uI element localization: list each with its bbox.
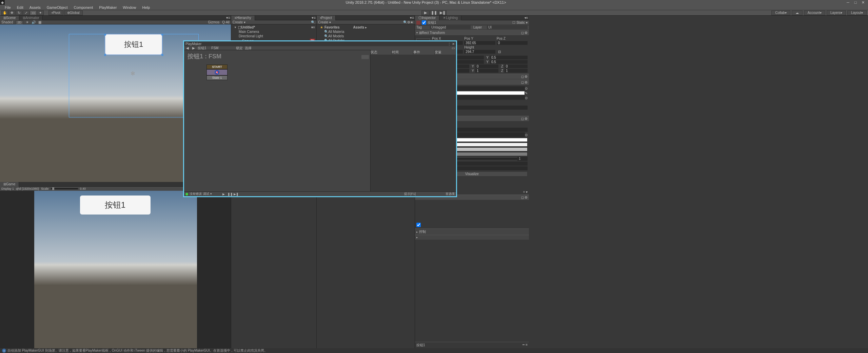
playmaker-titlebar[interactable]: PlayMaker ⋮ ✕ (184, 41, 456, 46)
tab-scene[interactable]: ⊞ Scene (0, 16, 19, 20)
collab-dropdown[interactable]: Collab ▾ (771, 11, 790, 15)
object-name-field[interactable]: 按钮1 (428, 20, 512, 25)
panel-menu-icon[interactable]: ▾≡ (225, 16, 231, 20)
create-dropdown[interactable]: Create ▾ (318, 20, 331, 24)
anchor-max-y[interactable]: 0.5 (490, 60, 528, 64)
pause-button[interactable]: ❚❚ (430, 11, 438, 15)
preview-menu-icon[interactable]: ━ ≡ (522, 343, 528, 347)
layout-dropdown[interactable]: Layout ▾ (847, 11, 867, 15)
help-icon[interactable]: ◻ (521, 117, 524, 120)
add-icon[interactable]: + ▾ (523, 190, 528, 194)
pm-pause-icon[interactable]: ❚❚ (228, 192, 232, 196)
favorites-header[interactable]: ★FavoritesAssets ▸ (317, 25, 415, 30)
filter-icon[interactable]: ⚙ (407, 20, 410, 24)
pos-y-field[interactable]: 392.65 (464, 41, 495, 45)
pm-play-icon[interactable]: ▶ (221, 192, 226, 196)
star-icon[interactable]: ★ (410, 20, 413, 24)
move-tool-icon[interactable]: ✥ (8, 11, 15, 15)
search-icon[interactable]: 🔍 (403, 20, 407, 24)
global-toggle[interactable]: ⊕ Global (64, 11, 83, 15)
menu-window[interactable]: Window (120, 5, 139, 10)
cloud-icon[interactable]: ☁ (792, 11, 803, 15)
help-icon[interactable]: ◻ (521, 196, 524, 199)
play-button[interactable]: ▶ (421, 11, 430, 15)
favorite-item[interactable]: 🔍 All Models (317, 34, 415, 38)
hand-tool-icon[interactable]: ✋ (1, 11, 8, 15)
multiplier-value[interactable]: 1 (517, 157, 528, 161)
scene-button-object[interactable]: 按钮1 (105, 34, 162, 55)
tag-dropdown[interactable]: Untagged (430, 25, 471, 29)
scale-slider[interactable] (51, 188, 78, 189)
nav-back-icon[interactable]: ◀ (185, 46, 190, 50)
pivot-y[interactable]: 0 (475, 64, 498, 68)
panel-menu-icon[interactable]: ▾≡ (311, 16, 316, 20)
side-tab-state[interactable]: 状态 (371, 50, 392, 55)
size-extra[interactable]: ⊡ (497, 50, 528, 54)
menu-assets[interactable]: Assets (27, 5, 43, 10)
layers-dropdown[interactable]: Layers ▾ (827, 11, 846, 15)
resize-handle-icon[interactable] (104, 34, 106, 36)
search-icon[interactable]: 🔍 (311, 20, 315, 24)
active-checkbox[interactable] (422, 20, 426, 25)
lock-toggle[interactable]: 锁定 (236, 46, 243, 51)
pm-step-icon[interactable]: ▶❚ (234, 192, 238, 196)
static-dropdown[interactable]: ☐ Static ▾ (512, 21, 528, 24)
scale-tool-icon[interactable]: ⤢ (23, 11, 29, 15)
account-dropdown[interactable]: Account ▾ (804, 11, 825, 15)
rotate-tool-icon[interactable]: ↻ (16, 11, 22, 15)
mode-2d-toggle[interactable]: 2D (16, 20, 23, 24)
gear-icon[interactable]: ⚙ (525, 75, 528, 78)
object-picker-icon[interactable]: ⊙ (525, 133, 528, 137)
menu-edit[interactable]: Edit (14, 5, 26, 10)
minimap[interactable] (361, 55, 369, 59)
side-tab-variables[interactable]: 变量 (435, 50, 456, 55)
tab-inspector[interactable]: ⓘ Inspector (415, 16, 439, 20)
fsm-object-dropdown[interactable]: 按钮1 (198, 46, 206, 51)
state-body[interactable]: ↖ (206, 69, 228, 75)
lighting-toggle-icon[interactable]: ☀ (26, 20, 29, 24)
select-button[interactable]: 选择 (245, 46, 252, 51)
menu-component[interactable]: Component (71, 5, 96, 10)
fx-toggle-icon[interactable]: ▦ (38, 20, 41, 24)
help-icon[interactable]: ◻ (521, 75, 524, 78)
hierarchy-item[interactable]: Main Camera (231, 30, 316, 34)
resize-handle-icon[interactable] (104, 54, 106, 56)
hints-label[interactable]: 提示[F1] (404, 192, 416, 196)
anchor-min-y[interactable]: 0.5 (490, 56, 528, 59)
tab-hierarchy[interactable]: ≡ Hierarchy (231, 16, 255, 20)
gizmos-dropdown[interactable]: Gizmos (208, 20, 219, 24)
object-picker-icon[interactable]: ⊙ (525, 96, 528, 100)
resize-handle-icon[interactable] (161, 34, 163, 36)
fsm-dropdown[interactable]: FSM (211, 46, 218, 50)
scene-row[interactable]: ▾⬚ Untitled*▾≡ (231, 25, 316, 30)
playmaker-controls-header[interactable]: ▸ (415, 235, 529, 240)
menu-help[interactable]: Help (139, 5, 153, 10)
rect-transform-header[interactable]: ▾⊞ Rect Transform ◻ ⚙ (415, 30, 529, 36)
gear-icon[interactable]: ⚙ (525, 196, 528, 199)
gameobject-icon[interactable] (416, 21, 420, 25)
minimap-toggle-icon[interactable]: ▭ (452, 46, 455, 50)
tab-animator[interactable]: ⊞ Animator (19, 16, 43, 20)
close-icon[interactable]: ✕ (861, 0, 865, 4)
maximize-icon[interactable]: □ (853, 0, 858, 4)
playmaker-close-icon[interactable]: ⋮ ✕ (448, 42, 455, 46)
minimize-icon[interactable]: ─ (846, 0, 850, 4)
fsm-graph-canvas[interactable]: 按钮1 : FSM START ↖ State 1 (184, 50, 370, 191)
step-button[interactable]: ▶❚ (438, 11, 447, 15)
create-dropdown[interactable]: Create ▾ (233, 20, 245, 24)
tab-lighting[interactable]: ☀ Lighting (439, 16, 461, 20)
pivot-toggle[interactable]: ▪ Pivot (48, 11, 63, 15)
side-tab-transitions[interactable]: 事件 (413, 50, 435, 55)
help-icon[interactable]: ◻ (521, 80, 524, 84)
scale-z[interactable]: 1 (505, 69, 528, 73)
search-scope[interactable]: Q·All (222, 20, 230, 24)
preferences-link[interactable]: 首选项 (446, 192, 455, 196)
object-picker-icon[interactable]: ⊙ (525, 87, 528, 90)
hierarchy-item[interactable]: Directional Light (231, 34, 316, 38)
playmaker-fsm-header[interactable]: ▸控制 (415, 228, 529, 235)
layer-dropdown[interactable]: UI (487, 25, 528, 29)
menu-gameobject[interactable]: GameObject (44, 5, 71, 10)
render-mode-dropdown[interactable]: Shaded (1, 20, 13, 24)
rect-tool-icon[interactable]: ▭ (30, 11, 37, 15)
gear-icon[interactable]: ⚙ (525, 31, 528, 35)
